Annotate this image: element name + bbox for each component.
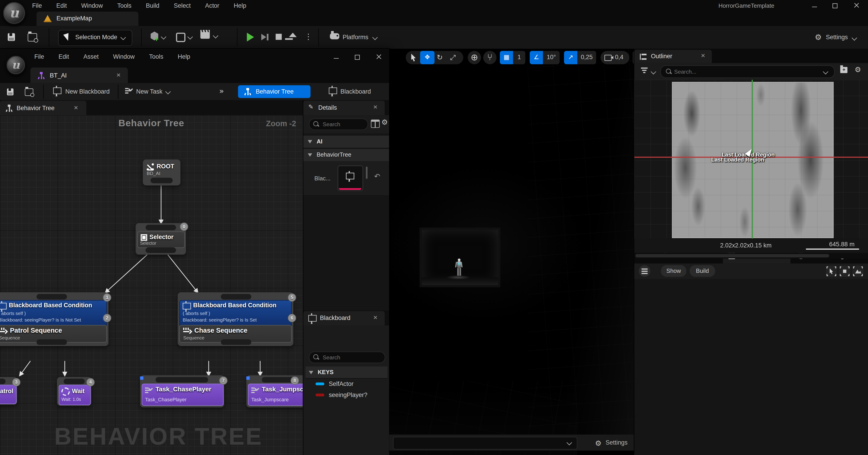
input-pin[interactable] xyxy=(146,225,176,230)
viewport-settings-button[interactable]: ⚙ Settings xyxy=(595,438,601,448)
rotate-tool-icon[interactable]: ↻ xyxy=(437,53,443,62)
selection-mode-dropdown[interactable]: Selection Mode xyxy=(58,30,132,46)
menu-actor[interactable]: Actor xyxy=(205,2,219,9)
platforms-dropdown[interactable]: Platforms xyxy=(330,33,339,39)
save-icon[interactable] xyxy=(8,33,15,41)
tab-blackboard[interactable]: Blackboard ✕ xyxy=(303,311,385,326)
bt-menu-edit[interactable]: Edit xyxy=(58,53,69,60)
details-close-icon[interactable]: ✕ xyxy=(373,104,378,110)
wp-select-region-icon[interactable] xyxy=(826,266,837,277)
add-actor-button[interactable]: + xyxy=(150,31,158,40)
browse-content-icon[interactable] xyxy=(28,33,37,42)
keys-section[interactable]: KEYS xyxy=(306,366,388,378)
filter-chevron-icon[interactable] xyxy=(651,69,656,74)
maximize-button[interactable] xyxy=(832,2,839,9)
new-task-dropdown[interactable]: New Task xyxy=(125,88,132,94)
tab-details[interactable]: ✎ Details ✕ xyxy=(303,101,385,115)
bt-tab-close-icon[interactable]: ✕ xyxy=(116,72,121,78)
camera-speed-button[interactable]: 0,4 xyxy=(601,51,629,64)
section-behaviortree[interactable]: BehaviorTree xyxy=(303,149,390,161)
select-tool-icon[interactable] xyxy=(411,54,417,61)
move-tool-button[interactable]: ✥ xyxy=(420,51,435,64)
section-ai[interactable]: AI xyxy=(303,136,390,148)
graph-tab-close-icon[interactable]: ✕ xyxy=(74,105,78,111)
wp-show-button[interactable]: Show xyxy=(661,265,686,277)
output-pin[interactable] xyxy=(146,247,176,253)
bt-maximize-button[interactable] xyxy=(354,54,361,60)
blackboard-mode-button[interactable]: Blackboard xyxy=(329,88,337,94)
bt-menu-file[interactable]: File xyxy=(34,53,44,60)
filter-icon[interactable] xyxy=(641,67,649,74)
overflow-chevrons-icon[interactable]: » xyxy=(219,86,224,95)
input-pin[interactable] xyxy=(36,294,67,299)
close-button[interactable] xyxy=(854,2,860,9)
thumb-scrollbar[interactable] xyxy=(366,166,368,179)
output-pin[interactable] xyxy=(150,178,173,183)
output-pin[interactable] xyxy=(36,339,67,345)
input-pin[interactable] xyxy=(155,377,208,383)
property-matrix-icon[interactable] xyxy=(371,120,380,128)
outliner-settings-icon[interactable]: ⚙ xyxy=(855,65,861,74)
play-button[interactable] xyxy=(247,33,254,41)
output-pin[interactable] xyxy=(221,339,251,345)
content-dropdown[interactable] xyxy=(393,437,578,450)
key-seeingplayer[interactable]: seeingPlayer? xyxy=(306,390,388,401)
minimize-button[interactable] xyxy=(811,2,818,9)
world-space-toggle-icon[interactable]: ⊕ xyxy=(468,51,481,64)
scale-snap-value[interactable]: 0,25 xyxy=(577,51,596,64)
behavior-tree-graph-canvas[interactable]: Behavior Tree Zoom -2 BEHAVIOR TREE xyxy=(0,115,303,455)
bt-menu-tools[interactable]: Tools xyxy=(149,53,163,60)
bt-menu-asset[interactable]: Asset xyxy=(83,53,98,60)
input-pin[interactable] xyxy=(262,377,295,383)
details-search[interactable] xyxy=(309,119,368,130)
tab-bt-ai[interactable]: BT_AI ✕ xyxy=(30,67,128,83)
node-task-chaseplayer[interactable]: Task_ChasePlayer Task_ChasePlayer 7 xyxy=(140,375,224,407)
tab-outliner[interactable]: Outliner ✕ xyxy=(634,50,712,63)
node-task-wait[interactable]: Wait Wait: 1.0s 4 xyxy=(57,377,91,406)
menu-build[interactable]: Build xyxy=(146,2,159,9)
settings-dropdown[interactable]: ⚙ Settings xyxy=(815,32,822,42)
menu-file[interactable]: File xyxy=(32,2,42,9)
play-options-kebab-icon[interactable]: ⋮ xyxy=(305,32,312,41)
behavior-tree-mode-button[interactable]: Behavior Tree xyxy=(238,85,310,98)
blackboard-asset-thumbnail[interactable] xyxy=(338,165,363,191)
grid-snap-value[interactable]: 1 xyxy=(513,51,525,64)
eject-button[interactable] xyxy=(289,33,297,37)
rotation-snap-toggle[interactable]: ∠ xyxy=(530,51,543,64)
outliner-search-input[interactable] xyxy=(673,66,797,77)
level-viewport[interactable]: ✥ ↻ ⤢ ⊕ ⑂ ▦ 1 ∠ 10° ↗ 0,25 0,4 ⊞ ⚙ xyxy=(389,49,634,455)
outliner-close-icon[interactable]: ✕ xyxy=(701,53,705,59)
tab-examplemap[interactable]: ExampleMap xyxy=(36,11,138,26)
surface-snap-icon[interactable]: ⑂ xyxy=(483,51,497,64)
menu-window[interactable]: Window xyxy=(81,2,103,9)
wp-build-button[interactable]: Build xyxy=(690,265,715,277)
create-folder-icon[interactable]: + xyxy=(840,67,847,73)
menu-edit[interactable]: Edit xyxy=(56,2,67,9)
bt-menu-window[interactable]: Window xyxy=(113,53,135,60)
scale-snap-toggle[interactable]: ↗ xyxy=(564,51,577,64)
minimap-hscrollbar[interactable] xyxy=(636,254,829,257)
tab-behavior-tree-graph[interactable]: Behavior Tree ✕ xyxy=(0,101,86,115)
scale-tool-icon[interactable]: ⤢ xyxy=(450,53,456,62)
node-chase-sequence[interactable]: Blackboard Based Condition ( aborts self… xyxy=(178,292,293,346)
step-frame-button[interactable] xyxy=(261,34,266,40)
wp-focus-world-icon[interactable] xyxy=(852,266,864,277)
blackboard-search[interactable] xyxy=(309,352,385,363)
input-pin[interactable] xyxy=(64,378,85,384)
menu-tools[interactable]: Tools xyxy=(117,2,131,9)
grid-snap-toggle[interactable]: ▦ xyxy=(500,51,513,64)
menu-help[interactable]: Help xyxy=(234,2,246,9)
bt-browse-icon[interactable] xyxy=(25,88,33,96)
new-blackboard-button[interactable]: New Blackboard xyxy=(53,88,62,94)
details-settings-icon[interactable]: ⚙ xyxy=(381,118,388,126)
blackboard-search-input[interactable] xyxy=(321,353,376,362)
node-patrol-sequence[interactable]: Blackboard Based Condition ( aborts self… xyxy=(0,292,108,346)
wp-menu-button[interactable] xyxy=(639,265,650,277)
menu-select[interactable]: Select xyxy=(174,2,191,9)
blueprints-button[interactable] xyxy=(176,33,186,42)
bt-save-icon[interactable] xyxy=(7,88,13,95)
bt-minimize-button[interactable] xyxy=(333,54,340,60)
details-search-input[interactable] xyxy=(321,120,364,129)
blackboard-close-icon[interactable]: ✕ xyxy=(373,314,378,321)
node-task-patrol[interactable]: Patrol 3 xyxy=(0,377,17,405)
